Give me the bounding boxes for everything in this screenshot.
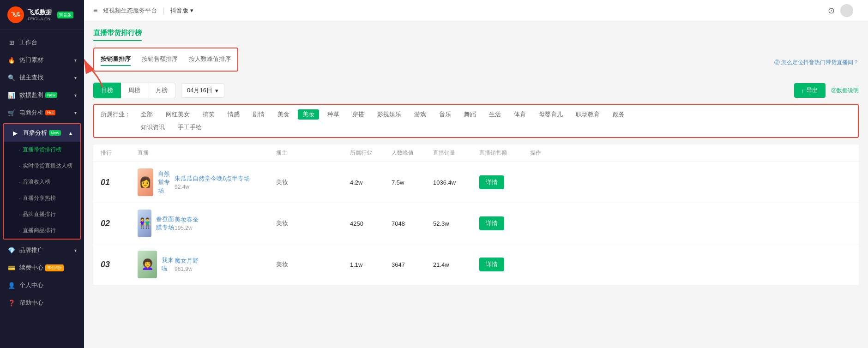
industry-tag-cosmetics[interactable]: 美妆 bbox=[298, 109, 319, 120]
industry-tag-career-edu[interactable]: 职场教育 bbox=[571, 109, 604, 120]
logo-text: 飞瓜数据 FEIGUA.CN bbox=[28, 8, 52, 21]
header-separator: ｜ bbox=[161, 6, 167, 15]
sub-item-label: 品牌直播排行 bbox=[23, 210, 56, 218]
sales-cell: 7.5w bbox=[392, 179, 433, 186]
sidebar-sub-item-sound-income[interactable]: 音浪收入榜 bbox=[4, 174, 80, 190]
workbench-icon: ⊞ bbox=[7, 39, 16, 46]
sidebar-item-label: 直播分析 bbox=[23, 129, 47, 137]
sidebar-item-help[interactable]: ❓ 帮助中心 bbox=[0, 294, 84, 312]
sort-tab-by-peak[interactable]: 按人数峰值排序 bbox=[189, 53, 231, 66]
sidebar-sub-item-live-share[interactable]: 直播分享热榜 bbox=[4, 190, 80, 206]
industry-tag-fashion[interactable]: 穿搭 bbox=[348, 109, 369, 120]
card-icon: 💳 bbox=[7, 264, 16, 271]
sidebar-item-live-analysis[interactable]: ▶ 直播分析 New ▲ bbox=[4, 124, 80, 142]
industry-tags-row1: 全部 网红美女 搞笑 情感 剧情 美食 美妆 种草 穿搭 影视娱乐 游戏 音乐 … bbox=[136, 109, 629, 120]
industry-tag-game[interactable]: 游戏 bbox=[410, 109, 431, 120]
sidebar-item-anchor-search[interactable]: 🔍 搜主查找 ▾ bbox=[0, 69, 84, 86]
industry-tag-drama[interactable]: 剧情 bbox=[248, 109, 269, 120]
header-right-area: ⊙ bbox=[828, 4, 859, 17]
industry-cell: 美妆 bbox=[276, 219, 350, 228]
live-name-link[interactable]: 自然堂专场 bbox=[158, 170, 175, 195]
industry-tag-food[interactable]: 美食 bbox=[273, 109, 294, 120]
user-icon: 👤 bbox=[7, 282, 16, 289]
sidebar-item-label: 搜主查找 bbox=[19, 73, 43, 82]
renew-badge: 年付6折 bbox=[45, 264, 64, 271]
sidebar-item-renew[interactable]: 💳 续费中心 年付6折 bbox=[0, 259, 84, 276]
cart-icon: 🛒 bbox=[7, 109, 16, 116]
export-label: 导出 bbox=[806, 86, 818, 95]
how-to-link[interactable]: ② 怎么定位抖音热门带货直播间？ bbox=[774, 59, 859, 66]
table-row: 02 👫 春蚕面膜专场 美妆春蚕 195.2w 美妆 4250 7048 52.… bbox=[93, 203, 859, 244]
industry-filter: 所属行业： 全部 网红美女 搞笑 情感 剧情 美食 美妆 种草 穿搭 影视娱乐 … bbox=[93, 104, 859, 138]
industry-cell: 美妆 bbox=[276, 178, 350, 186]
col-anchor: 播主 bbox=[276, 149, 350, 157]
live-thumbnail: 👩‍🦱 bbox=[138, 251, 157, 278]
industry-tag-politics[interactable]: 政务 bbox=[608, 109, 629, 120]
anchor-name-link[interactable]: 朱瓜瓜自然堂今晚6点半专场 bbox=[175, 174, 276, 183]
new-badge: New bbox=[49, 130, 61, 136]
sort-tab-by-revenue[interactable]: 按销售额排序 bbox=[142, 53, 178, 66]
industry-tag-parenting[interactable]: 母婴育儿 bbox=[534, 109, 567, 120]
sidebar-item-data-monitor[interactable]: 📊 数据监测 New ▾ bbox=[0, 86, 84, 104]
sub-item-label: 直播商品排行 bbox=[23, 227, 56, 234]
industry-tag-sports[interactable]: 体育 bbox=[509, 109, 530, 120]
export-button[interactable]: ↑ 导出 bbox=[794, 83, 826, 98]
weekly-tab[interactable]: 周榜 bbox=[121, 83, 148, 98]
sidebar-sub-item-brand-live[interactable]: 品牌直播排行 bbox=[4, 206, 80, 222]
detail-button[interactable]: 详情 bbox=[479, 258, 504, 271]
detail-button[interactable]: 详情 bbox=[479, 216, 504, 230]
industry-tag-handcraft[interactable]: 手工手绘 bbox=[173, 122, 206, 132]
dropdown-icon: ▾ bbox=[215, 87, 218, 94]
industry-tag-emotion[interactable]: 情感 bbox=[223, 109, 244, 120]
sidebar-item-brand-promo[interactable]: 💎 品牌推广 ▾ bbox=[0, 241, 84, 259]
live-name-link[interactable]: 我来啦 bbox=[162, 256, 175, 273]
industry-tag-entertainment[interactable]: 影视娱乐 bbox=[373, 109, 406, 120]
sidebar-item-ecom-analysis[interactable]: 🛒 电商分析 Hot ▾ bbox=[0, 104, 84, 121]
sidebar-item-workbench[interactable]: ⊞ 工作台 bbox=[0, 34, 84, 51]
anchor-name-link[interactable]: 美妆春蚕 bbox=[175, 216, 276, 224]
chevron-down-icon: ▾ bbox=[74, 75, 77, 80]
industry-tag-dance[interactable]: 舞蹈 bbox=[459, 109, 481, 120]
sidebar: 飞瓜 飞瓜数据 FEIGUA.CN 抖音版 ⊞ 工作台 🔥 热门素材 ▾ 🔍 搜… bbox=[0, 0, 84, 348]
sidebar-item-personal[interactable]: 👤 个人中心 bbox=[0, 276, 84, 294]
sidebar-item-label: 个人中心 bbox=[19, 281, 43, 289]
sort-tabs-container: 按销量排序 按销售额排序 按人数峰值排序 bbox=[93, 48, 238, 72]
main-area: ≡ 短视频生态服务平台 ｜ 抖音版 ▾ ⊙ 直播带货排行榜 按销量排序 按销售额… bbox=[84, 0, 868, 348]
industry-tag-all[interactable]: 全部 bbox=[136, 109, 157, 120]
sort-tabs: 按销量排序 按销售额排序 按人数峰值排序 bbox=[101, 53, 231, 66]
data-explain-link[interactable]: ②数据说明 bbox=[831, 87, 859, 95]
industry-tag-plant[interactable]: 种草 bbox=[323, 109, 344, 120]
industry-tag-music[interactable]: 音乐 bbox=[434, 109, 456, 120]
sidebar-sub-item-live-goods[interactable]: 直播商品排行 bbox=[4, 222, 80, 239]
menu-toggle-icon[interactable]: ≡ bbox=[93, 6, 97, 15]
sidebar-sub-item-realtime-anchor[interactable]: 实时带货直播达人榜 bbox=[4, 158, 80, 174]
logo-main-text: 飞瓜数据 bbox=[28, 8, 52, 17]
sidebar-item-label: 电商分析 bbox=[19, 108, 43, 117]
sidebar-item-hot-material[interactable]: 🔥 热门素材 ▾ bbox=[0, 51, 84, 69]
anchor-info-cell: 魔女月野 961.9w bbox=[175, 257, 276, 272]
monthly-tab[interactable]: 月榜 bbox=[148, 83, 175, 98]
industry-tag-funny[interactable]: 搞笑 bbox=[198, 109, 219, 120]
chevron-down-icon: ▾ bbox=[74, 58, 77, 63]
sub-item-label: 直播分享热榜 bbox=[23, 194, 56, 202]
live-info-cell: 👩‍🦱 我来啦 bbox=[138, 251, 175, 278]
header-platform-version[interactable]: 抖音版 ▾ bbox=[170, 6, 193, 15]
revenue-cell: 21.4w bbox=[433, 261, 479, 268]
detail-button[interactable]: 详情 bbox=[479, 175, 504, 189]
col-live: 直播 bbox=[138, 149, 276, 157]
help-circle-icon[interactable]: ⊙ bbox=[828, 6, 835, 16]
industry-tag-beauty-net[interactable]: 网红美女 bbox=[161, 109, 194, 120]
live-name-link[interactable]: 春蚕面膜专场 bbox=[156, 215, 175, 232]
date-picker[interactable]: 04月16日 ▾ bbox=[181, 83, 224, 98]
sub-item-label: 实时带货直播达人榜 bbox=[23, 162, 72, 170]
live-thumbnail: 👩 bbox=[138, 168, 153, 196]
anchor-fans: 92.4w bbox=[175, 184, 276, 190]
industry-tag-knowledge[interactable]: 知识资讯 bbox=[136, 122, 169, 132]
industry-tag-life[interactable]: 生活 bbox=[484, 109, 506, 120]
rank-cell: 01 bbox=[101, 178, 138, 187]
rank-cell: 03 bbox=[101, 260, 138, 270]
anchor-name-link[interactable]: 魔女月野 bbox=[175, 257, 276, 265]
sidebar-sub-item-live-goods-rank[interactable]: 直播带货排行榜 bbox=[4, 142, 80, 158]
time-filter-row: 日榜 周榜 月榜 04月16日 ▾ ↑ 导出 ②数据说明 bbox=[93, 83, 859, 98]
upload-icon: ↑ bbox=[802, 87, 805, 94]
